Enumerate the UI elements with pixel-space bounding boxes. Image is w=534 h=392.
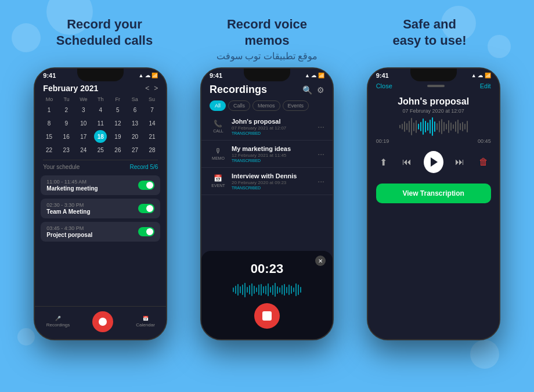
calendar-event-1[interactable]: 11:00 - 11:45 AM Marketing meeting [41,175,160,195]
bottom-calendar[interactable]: 📅 Calendar [136,316,154,328]
filter-tab-memos[interactable]: Memos [252,100,280,111]
header-section: Record your Scheduled calls Record voice… [0,0,534,67]
recording-item-3[interactable]: 📅 EVENT Interview with Dennis 20 Februar… [201,168,333,195]
rec-1-more-icon[interactable]: ··· [317,122,324,131]
phone-1-notch [77,69,124,81]
header-subtitle-arabic: موقع تطبيقات توب سوفت [186,51,348,62]
calendar-event-2[interactable]: 02:30 - 3:30 PM Team A Meeting [41,199,160,218]
time-end: 00:45 [478,138,491,144]
phone-1-screen: 9:41 ▲ ☁ 📶 February 2021 < > Mo Tu We Th… [35,69,166,339]
detail-title-block: John's proposal 07 Februray 2020 at 12:0… [368,92,499,115]
calendar-event-3[interactable]: 03:45 - 4:30 PM Project porposal [41,222,160,242]
recordings-icon: 🎤 [55,316,61,321]
detail-waveform [368,115,499,138]
recordings-actions: 🔍 ⚙ [302,85,324,95]
detail-recording-date: 07 Februray 2020 at 12:07 [376,108,491,114]
header-title-1: Record your Scheduled calls [23,16,186,48]
rec-3-name: Interview with Dennis [232,172,313,179]
calendar-days: 1 2 3 4 5 6 7 8 9 10 11 12 13 14 15 16 1 [41,103,160,156]
detail-recording-title: John's proposal [376,96,491,107]
filter-tab-calls[interactable]: Calls [228,100,250,111]
phone-3-frame: 9:41 ▲ ☁ 📶 Close Edit John's proposal 07… [367,67,500,340]
recording-item-1[interactable]: 📞 CALL John's proposal 07 February 2021 … [201,113,333,141]
calendar-header: February 2021 < > [35,79,166,95]
rec-3-date: 20 February 2020 at 09:23 [232,180,313,185]
popup-record-button[interactable] [254,303,280,329]
rec-2-more-icon[interactable]: ··· [317,149,324,159]
phone-2-screen: 9:41 ▲ ☁ 📶 Recordings 🔍 ⚙ All Calls Memo… [201,69,333,339]
rec-3-more-icon[interactable]: ··· [317,177,324,186]
rec-1-transcribed: TRANSCRIBED [232,131,313,135]
calendar-divider [43,160,158,160]
popup-timer: 00:23 [210,257,324,281]
forward-icon[interactable]: ⏭ [453,154,467,170]
record-dot [99,318,107,326]
calendar-label: Calendar [136,322,154,328]
popup-close-icon[interactable]: ✕ [315,256,326,266]
event-3-name: Project porposal [46,232,138,238]
header-col-2: Record voice memos موقع تطبيقات توب سوفت [186,16,348,62]
rec-2-name: My marketing ideas [232,145,313,152]
filter-tab-events[interactable]: Events [283,100,309,111]
recordings-header: Recordings 🔍 ⚙ [201,79,333,98]
phone-3-icons: ▲ ☁ 📶 [471,73,491,78]
share-icon[interactable]: ⬆ [376,154,391,170]
event-1-name: Marketing meeting [46,185,138,192]
phone-3-screen: 9:41 ▲ ☁ 📶 Close Edit John's proposal 07… [368,69,499,339]
time-start: 00:19 [376,138,389,144]
cal-next-icon[interactable]: > [154,84,158,92]
rec-1-name: John's proposal [232,118,313,125]
event-2-toggle[interactable] [138,204,154,213]
detail-edit-button[interactable]: Edit [480,82,491,89]
filter-tab-all[interactable]: All [210,100,226,111]
schedule-label: Your schedule [43,164,80,170]
popup-record-square [262,311,272,321]
transcription-button[interactable]: View Transcription [376,184,491,203]
phone-2-time: 9:41 [210,72,222,79]
recording-item-2[interactable]: 🎙 MEMO My marketing ideas 12 February 20… [201,141,333,168]
phone-1-frame: 9:41 ▲ ☁ 📶 February 2021 < > Mo Tu We Th… [34,67,167,340]
recording-popup: ✕ 00:23 [201,251,333,339]
calendar-today[interactable]: 18 [94,130,107,143]
phones-row: 9:41 ▲ ☁ 📶 February 2021 < > Mo Tu We Th… [0,67,534,340]
schedule-link[interactable]: Record 5/6 [129,164,158,170]
event-1-time: 11:00 - 11:45 AM [46,179,138,185]
event-3-toggle[interactable] [138,227,154,236]
search-icon[interactable]: 🔍 [302,85,312,95]
play-button[interactable] [424,151,443,173]
calendar-nav[interactable]: < > [145,84,158,92]
calendar-month: February 2021 [43,84,98,93]
phone-1-bottom-bar: 🎤 Recordings 📅 Calendar [35,306,166,339]
header-col-1: Record your Scheduled calls [23,16,186,48]
event-2-time: 02:30 - 3:30 PM [46,202,138,208]
header-title-2: Record voice memos [186,16,348,48]
phone-1-time: 9:41 [43,72,56,79]
recordings-label: Recordings [46,322,70,328]
header-col-3: Safe and easy to use! [348,16,511,48]
cal-prev-icon[interactable]: < [145,84,149,92]
calendar-days-header: Mo Tu We Th Fr Sa Su [41,95,160,103]
detail-times: 00:19 00:45 [368,138,499,144]
rewind-icon[interactable]: ⏮ [400,154,414,170]
rec-2-date: 12 February 2021 at 11:45 [232,153,313,158]
filter-icon[interactable]: ⚙ [317,85,324,95]
rec-3-badge: 📅 EVENT [210,174,227,188]
event-3-time: 03:45 - 4:30 PM [46,225,138,231]
rec-2-transcribed: TRANSCRIBED [232,159,313,163]
phone-2-icons: ▲ ☁ 📶 [305,73,324,78]
phone-3-notch [410,69,457,81]
delete-icon[interactable]: 🗑 [477,154,491,170]
schedule-label-row: Your schedule Record 5/6 [35,164,166,174]
detail-close-button[interactable]: Close [376,82,392,89]
bottom-recordings[interactable]: 🎤 Recordings [46,316,70,328]
record-button[interactable] [92,311,113,332]
detail-controls: ⬆ ⏮ ⏭ 🗑 [368,144,499,180]
rec-2-badge: 🎙 MEMO [210,147,227,161]
rec-1-date: 07 February 2021 at 12:07 [232,125,313,131]
phone-2-notch [244,69,290,81]
play-triangle [431,157,438,167]
event-2-name: Team A Meeting [46,208,138,215]
detail-handle [427,85,445,87]
phone-1-icons: ▲ ☁ 📶 [138,73,158,78]
event-1-toggle[interactable] [138,181,154,190]
